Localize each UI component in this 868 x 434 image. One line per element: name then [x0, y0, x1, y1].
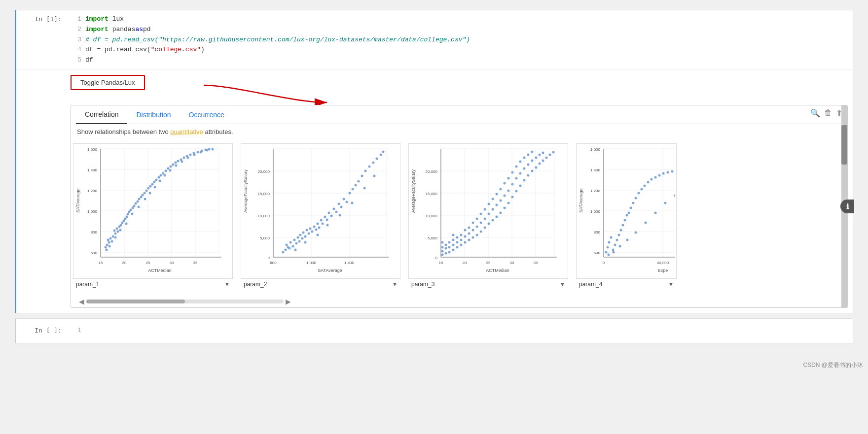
trash-icon[interactable]: 🗑 — [824, 108, 832, 118]
svg-point-165 — [380, 153, 382, 156]
svg-point-272 — [527, 153, 530, 156]
svg-point-205 — [441, 241, 444, 243]
svg-point-250 — [500, 199, 502, 201]
svg-point-174 — [363, 187, 366, 189]
cell-prompt-2: In [ ]: — [16, 322, 66, 339]
svg-text:ACTMedian: ACTMedian — [486, 268, 509, 273]
svg-point-45 — [127, 213, 129, 215]
svg-point-51 — [137, 200, 139, 202]
info-button[interactable]: ℹ — [840, 200, 854, 213]
svg-point-43 — [124, 217, 127, 220]
svg-point-343 — [619, 245, 621, 247]
svg-text:800: 800 — [594, 230, 601, 234]
svg-point-69 — [175, 161, 177, 164]
tab-correlation[interactable]: Correlation — [76, 105, 127, 124]
svg-point-80 — [106, 248, 108, 251]
scroll-right-button[interactable]: ▶ — [284, 298, 293, 305]
code-block: 1 import lux 2 import pandas as pd 3 # d… — [71, 14, 848, 66]
svg-point-257 — [507, 177, 510, 179]
chart-dropdown-3[interactable]: param_3 ▼ — [408, 279, 568, 290]
svg-point-91 — [164, 174, 166, 176]
tab-distribution[interactable]: Distribution — [127, 106, 180, 124]
chart-dropdown-1[interactable]: param_1 ▼ — [73, 279, 233, 290]
scroll-left-button[interactable]: ◀ — [77, 298, 86, 305]
code-line-5: 5 df — [71, 55, 848, 66]
svg-point-311 — [614, 243, 616, 246]
svg-point-319 — [630, 206, 632, 209]
tab-occurrence[interactable]: Occurrence — [180, 106, 233, 124]
cell-2-row: In [ ]: 1 — [16, 322, 853, 340]
svg-text:1,000: 1,000 — [306, 261, 317, 265]
search-icon[interactable]: 🔍 — [810, 108, 820, 118]
svg-text:1,200: 1,200 — [87, 189, 98, 193]
svg-point-226 — [468, 232, 470, 234]
svg-point-66 — [167, 167, 170, 169]
svg-point-83 — [119, 229, 122, 231]
svg-text:1,200: 1,200 — [590, 189, 601, 193]
svg-point-164 — [376, 157, 378, 160]
svg-point-84 — [125, 222, 128, 225]
svg-point-147 — [326, 218, 328, 221]
svg-point-141 — [315, 228, 318, 231]
svg-point-146 — [324, 215, 326, 218]
svg-text:1,600: 1,600 — [590, 147, 601, 152]
svg-point-248 — [496, 193, 498, 195]
chart-dropdown-2[interactable]: param_2 ▼ — [241, 279, 400, 290]
svg-point-349 — [674, 194, 677, 197]
cell-output-area: Toggle Pandas/Lux Corr — [16, 69, 853, 313]
svg-point-282 — [545, 156, 548, 159]
svg-text:AverageFacultySalary: AverageFacultySalary — [243, 169, 248, 213]
chart-dropdown-4[interactable]: param_4 ▼ — [576, 279, 677, 290]
svg-point-35 — [114, 232, 117, 234]
cell-row: In [1]: 1 import lux 2 import pandas as … — [16, 10, 853, 69]
svg-point-307 — [607, 246, 609, 248]
svg-text:ACTMedian: ACTMedian — [148, 268, 172, 273]
svg-point-224 — [464, 229, 467, 231]
svg-point-96 — [193, 153, 196, 156]
svg-point-212 — [452, 248, 455, 251]
svg-point-38 — [117, 230, 119, 233]
svg-point-280 — [542, 159, 544, 162]
svg-text:1,000: 1,000 — [590, 209, 601, 214]
svg-point-243 — [492, 219, 494, 221]
toggle-pandas-lux-button[interactable]: Toggle Pandas/Lux — [71, 75, 145, 90]
svg-text:SATAverage: SATAverage — [75, 188, 80, 213]
svg-point-306 — [605, 251, 608, 253]
svg-text:1,000: 1,000 — [87, 209, 98, 214]
svg-point-128 — [293, 238, 296, 241]
svg-text:10,000: 10,000 — [426, 214, 438, 218]
svg-point-256 — [507, 189, 510, 192]
code-line-4: 4 df = pd.read_csv("college.csv") — [71, 45, 848, 55]
svg-point-81 — [108, 245, 111, 247]
svg-point-236 — [480, 212, 482, 215]
svg-point-329 — [662, 172, 665, 174]
svg-point-151 — [335, 210, 338, 213]
svg-point-56 — [145, 189, 148, 192]
tab-icons-group: 🔍 🗑 ⬆ — [810, 108, 842, 118]
svg-point-60 — [153, 180, 156, 183]
svg-point-348 — [664, 201, 667, 204]
svg-text:15: 15 — [99, 261, 103, 265]
svg-text:40,000: 40,000 — [657, 261, 669, 265]
svg-point-269 — [523, 156, 526, 159]
svg-point-324 — [644, 184, 646, 187]
svg-point-255 — [507, 201, 510, 204]
svg-text:15: 15 — [439, 261, 443, 265]
svg-point-215 — [452, 234, 455, 236]
svg-point-330 — [667, 171, 669, 173]
svg-text:20,000: 20,000 — [258, 169, 270, 174]
svg-point-93 — [175, 164, 178, 167]
svg-point-46 — [128, 210, 131, 213]
svg-point-216 — [456, 246, 459, 248]
svg-point-273 — [531, 169, 534, 172]
svg-point-235 — [480, 221, 482, 224]
charts-row: 600 800 1,000 1,200 1,400 1,600 15 20 — [71, 139, 847, 296]
svg-point-254 — [504, 182, 506, 184]
empty-code-block: 1 — [71, 326, 848, 336]
code-cell-1: In [1]: 1 import lux 2 import pandas as … — [15, 10, 853, 313]
svg-point-143 — [318, 226, 321, 229]
svg-point-28 — [105, 246, 107, 248]
svg-point-136 — [306, 229, 308, 231]
scrollbar-thumb[interactable] — [86, 300, 185, 303]
svg-point-267 — [523, 179, 526, 181]
